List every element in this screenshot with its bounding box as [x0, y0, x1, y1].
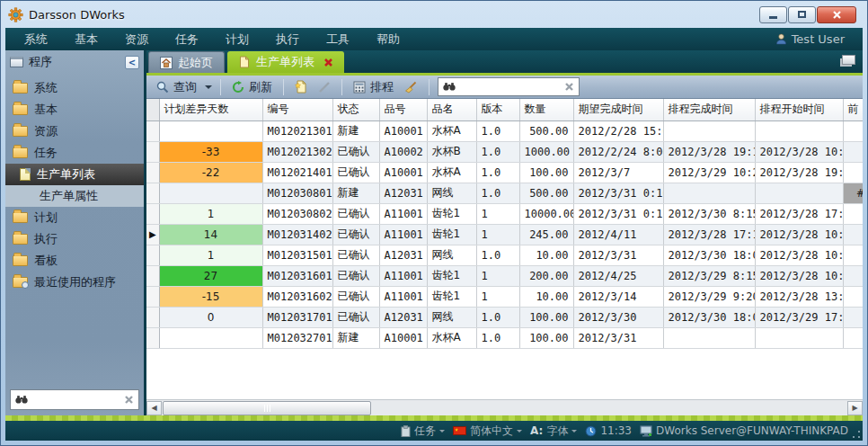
cell-name[interactable]: 齿轮1	[427, 203, 476, 224]
cell-qty[interactable]: 245.00	[519, 224, 573, 245]
cell-due[interactable]: 2012/2/24 8:00	[573, 141, 663, 162]
scroll-left-icon[interactable]: ◀	[146, 401, 162, 415]
sidebar-collapse-button[interactable]: <	[125, 56, 139, 69]
cell-status[interactable]: 已确认	[332, 265, 379, 286]
cell-extra[interactable]	[843, 203, 863, 224]
cell-ver[interactable]: 1.0	[476, 183, 519, 203]
cell-due[interactable]: 2012/3/31 0:10	[573, 183, 663, 203]
cell-status[interactable]: 已确认	[332, 162, 379, 183]
column-header-9[interactable]: 排程开始时间	[755, 99, 843, 120]
cell-due[interactable]: 2012/3/31 0:17	[573, 203, 663, 224]
cell-no[interactable]: M012021302	[262, 141, 332, 162]
cell-extra[interactable]	[843, 286, 863, 307]
cell-ver[interactable]: 1.0	[476, 162, 519, 183]
cell-no[interactable]: M012031601	[262, 265, 332, 286]
cell-qty[interactable]: 500.00	[519, 120, 573, 141]
cell-item[interactable]: A11001	[379, 286, 427, 307]
cell-item[interactable]: A10002	[379, 141, 427, 162]
cell-diff[interactable]	[159, 120, 262, 141]
column-header-8[interactable]: 排程完成时间	[663, 99, 755, 120]
row-selector-header[interactable]	[146, 99, 159, 120]
toolbar-search-clear-icon[interactable]	[564, 82, 574, 92]
row-selector[interactable]	[146, 120, 159, 141]
row-selector[interactable]: ▶	[146, 224, 159, 245]
cell-name[interactable]: 齿轮1	[427, 265, 476, 286]
scrollbar-thumb[interactable]	[163, 401, 371, 415]
cell-item[interactable]: A12031	[379, 183, 427, 203]
cell-no[interactable]: M012030802	[262, 203, 332, 224]
column-header-1[interactable]: 编号	[262, 99, 332, 120]
cell-status[interactable]: 已确认	[332, 245, 379, 265]
cell-qty[interactable]: 100.00	[519, 307, 573, 327]
cell-end[interactable]	[663, 120, 755, 141]
menu-item-6[interactable]: 工具	[313, 31, 363, 48]
column-header-7[interactable]: 期望完成时间	[573, 99, 663, 120]
cell-no[interactable]: M012021301	[262, 120, 332, 141]
cell-end[interactable]: 2012/3/28 17:13	[663, 224, 755, 245]
column-header-4[interactable]: 品名	[427, 99, 476, 120]
cell-extra[interactable]	[843, 224, 863, 245]
cell-diff[interactable]: -15	[159, 286, 262, 307]
cell-start[interactable]: 2012/3/29 17:46	[755, 307, 843, 327]
sidebar-item-7[interactable]: 执行	[5, 228, 144, 250]
minimize-button[interactable]	[759, 6, 787, 23]
row-selector[interactable]	[146, 141, 159, 162]
cell-end[interactable]	[663, 327, 755, 348]
cell-extra[interactable]	[843, 162, 863, 183]
cell-start[interactable]: 2012/3/28 19:10	[755, 162, 843, 183]
cell-name[interactable]: 水杯B	[427, 141, 476, 162]
row-selector[interactable]	[146, 286, 159, 307]
cell-no[interactable]: M012031602	[262, 286, 332, 307]
menu-item-4[interactable]: 计划	[212, 31, 262, 48]
maximize-button[interactable]	[788, 6, 816, 23]
cell-ver[interactable]: 1	[476, 265, 519, 286]
menu-item-2[interactable]: 资源	[111, 31, 162, 48]
clean-button[interactable]	[402, 79, 421, 95]
tab-0[interactable]: 起始页	[148, 51, 225, 73]
cell-status[interactable]: 新建	[332, 183, 379, 203]
cell-ver[interactable]: 1.0	[476, 245, 519, 265]
cell-start[interactable]: 2012/3/28 17:13	[755, 203, 843, 224]
cell-no[interactable]: M012031402	[262, 224, 332, 245]
cell-qty[interactable]: 1000.00	[519, 141, 573, 162]
cell-extra[interactable]	[843, 120, 863, 141]
cell-name[interactable]: 水杯A	[427, 162, 476, 183]
tab-close-icon[interactable]	[323, 58, 333, 67]
sidebar-item-9[interactable]: 最近使用的程序	[5, 272, 144, 293]
column-header-0[interactable]: 计划差异天数	[159, 99, 262, 120]
menu-item-3[interactable]: 任务	[162, 31, 212, 48]
cell-status[interactable]: 新建	[332, 120, 379, 141]
cell-start[interactable]	[755, 120, 843, 141]
user-area[interactable]: Test User	[775, 32, 857, 46]
cell-due[interactable]: 2012/3/14	[573, 286, 663, 307]
menu-item-7[interactable]: 帮助	[363, 31, 413, 48]
toolbar-search-input[interactable]	[460, 81, 560, 94]
row-selector[interactable]	[146, 307, 159, 327]
cell-ver[interactable]: 1	[476, 224, 519, 245]
cell-start[interactable]	[755, 183, 843, 203]
cell-item[interactable]: A12031	[379, 307, 427, 327]
cell-due[interactable]: 2012/3/30	[573, 307, 663, 327]
row-selector[interactable]	[146, 327, 159, 348]
cell-item[interactable]: A11001	[379, 203, 427, 224]
cell-diff[interactable]: -22	[159, 162, 262, 183]
cell-name[interactable]: 网线	[427, 245, 476, 265]
cell-no[interactable]: M012031501	[262, 245, 332, 265]
cell-start[interactable]: 2012/3/28 10:52	[755, 141, 843, 162]
cell-diff[interactable]	[159, 327, 262, 348]
cell-diff[interactable]: 27	[159, 265, 262, 286]
sidebar-item-8[interactable]: 看板	[5, 250, 144, 272]
cell-no[interactable]: M012030801	[262, 183, 332, 203]
cell-status[interactable]: 新建	[332, 327, 379, 348]
cell-end[interactable]: 2012/3/28 19:10	[663, 141, 755, 162]
cell-diff[interactable]: -33	[159, 141, 262, 162]
cell-end[interactable]: 2012/3/30 18:00	[663, 245, 755, 265]
cell-name[interactable]: 网线	[427, 183, 476, 203]
cell-extra[interactable]	[843, 141, 863, 162]
cell-qty[interactable]: 10.00	[519, 286, 573, 307]
cell-ver[interactable]: 1	[476, 203, 519, 224]
cell-end[interactable]: 2012/3/29 8:15	[663, 265, 755, 286]
cell-ver[interactable]: 1.0	[476, 327, 519, 348]
column-header-10[interactable]: 前	[843, 99, 863, 120]
cell-extra[interactable]	[843, 245, 863, 265]
